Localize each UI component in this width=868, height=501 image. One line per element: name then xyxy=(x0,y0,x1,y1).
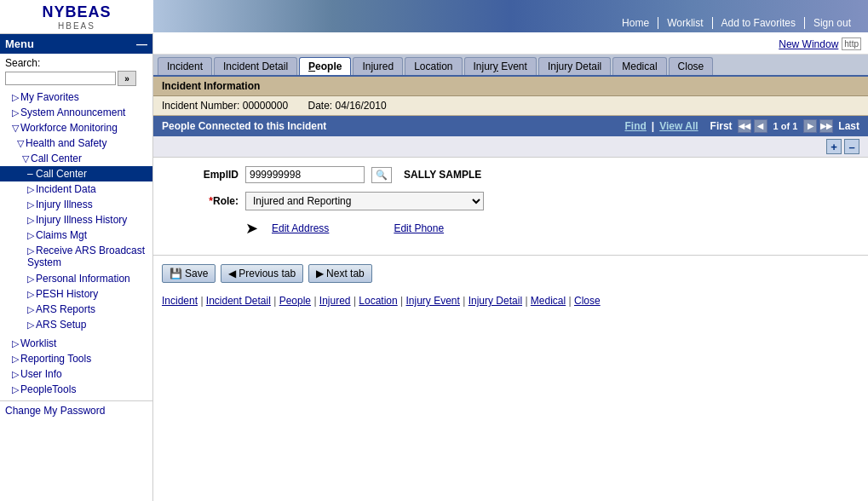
http-icon: http xyxy=(842,37,861,50)
worklist-link[interactable]: Worklist xyxy=(658,17,712,29)
tab-people[interactable]: People xyxy=(299,57,351,75)
remove-button[interactable]: – xyxy=(844,139,859,154)
tab-injury-detail[interactable]: Injury Detail xyxy=(538,57,611,75)
next-page-btn[interactable]: ▶ xyxy=(803,119,817,133)
search-button[interactable]: » xyxy=(118,71,136,86)
breadcrumb-close[interactable]: Close xyxy=(574,295,601,307)
next-tab-label: Next tab xyxy=(326,268,365,279)
breadcrumb-medical[interactable]: Medical xyxy=(531,295,566,307)
sidebar-menu-bar: Menu — xyxy=(0,34,152,54)
sidebar-item-system-announcement[interactable]: ▷System Announcement xyxy=(0,105,152,120)
last-label: Last xyxy=(838,120,859,132)
tab-incident[interactable]: Incident xyxy=(158,57,212,75)
edit-links-row: ➤ Edit Address Edit Phone xyxy=(170,219,851,238)
people-section-label: People Connected to this Incident xyxy=(162,120,326,132)
role-row: *Role: Injured and Reporting xyxy=(170,192,851,210)
sidebar-item-call-center-active[interactable]: – Call Center xyxy=(0,166,152,181)
content-area: New Window http Incident Incident Detail… xyxy=(153,34,868,501)
tab-close[interactable]: Close xyxy=(669,57,714,75)
employee-name: SALLY SAMPLE xyxy=(404,169,481,181)
add-button[interactable]: + xyxy=(826,139,842,154)
save-icon: 💾 xyxy=(170,268,182,279)
prev-tab-label: Previous tab xyxy=(239,268,296,279)
sidebar-item-pesh-history[interactable]: ▷PESH History xyxy=(0,286,152,302)
incident-info-label: Incident Information xyxy=(162,80,260,92)
sidebar-item-claims-mgt[interactable]: ▷Claims Mgt xyxy=(0,227,152,243)
home-link[interactable]: Home xyxy=(613,17,658,29)
incident-number-label: Incident Number: xyxy=(162,100,239,112)
add-favorites-link[interactable]: Add to Favorites xyxy=(713,17,805,29)
next-icon: ▶ xyxy=(316,268,324,279)
logo: NYBEAS HBEAS xyxy=(0,0,153,34)
minimize-icon[interactable]: — xyxy=(136,37,147,50)
empid-input[interactable] xyxy=(245,166,365,183)
page-info: 1 of 1 xyxy=(773,121,798,131)
sidebar-item-peopletools[interactable]: ▷PeopleTools xyxy=(0,382,152,397)
search-input[interactable] xyxy=(5,72,116,85)
edit-address-link[interactable]: Edit Address xyxy=(272,222,329,234)
breadcrumb-incident-detail[interactable]: Incident Detail xyxy=(206,295,271,307)
empid-search-button[interactable]: 🔍 xyxy=(371,167,392,183)
previous-tab-button[interactable]: ◀ Previous tab xyxy=(221,264,303,283)
tab-injured[interactable]: Injured xyxy=(353,57,403,75)
date-label: Date: xyxy=(308,100,332,112)
role-label: *Role: xyxy=(170,195,239,207)
sidebar-item-personal-info[interactable]: ▷Personal Information xyxy=(0,271,152,286)
sidebar-item-ars-reports[interactable]: ▷ARS Reports xyxy=(0,302,152,317)
search-label: Search: xyxy=(5,57,147,69)
next-tab-button[interactable]: ▶ Next tab xyxy=(308,264,372,283)
sidebar-item-workforce-monitoring[interactable]: ▽Workforce Monitoring xyxy=(0,120,152,135)
prev-icon: ◀ xyxy=(228,268,236,279)
sidebar-item-my-favorites[interactable]: ▷My Favorites xyxy=(0,89,152,105)
change-password-link[interactable]: Change My Password xyxy=(5,405,147,417)
empid-row: EmplID 🔍 SALLY SAMPLE xyxy=(170,166,851,183)
sidebar-item-receive-ars[interactable]: ▷Receive ARS Broadcast System xyxy=(0,243,152,271)
view-all-link[interactable]: View All xyxy=(659,120,698,132)
required-asterisk: * xyxy=(209,195,213,207)
separator1: | xyxy=(652,120,654,132)
breadcrumb-people[interactable]: People xyxy=(279,295,311,307)
sidebar-item-worklist[interactable]: ▷Worklist xyxy=(0,336,152,351)
prev-page-btn[interactable]: ◀ xyxy=(754,119,767,133)
sidebar-item-health-safety[interactable]: ▽Health and Safety xyxy=(0,135,152,151)
add-remove-row: + – xyxy=(153,136,868,158)
breadcrumb-injury-event[interactable]: Injury Event xyxy=(406,295,460,307)
tab-incident-detail[interactable]: Incident Detail xyxy=(214,57,297,75)
edit-phone-link[interactable]: Edit Phone xyxy=(394,222,444,234)
tab-location[interactable]: Location xyxy=(405,57,462,75)
first-label: First xyxy=(710,120,733,132)
sidebar-item-ars-setup[interactable]: ▷ARS Setup xyxy=(0,317,152,332)
sidebar-item-injury-illness-history[interactable]: ▷Injury Illness History xyxy=(0,212,152,227)
last-page-btn[interactable]: ▶▶ xyxy=(819,119,833,133)
first-page-btn[interactable]: ◀◀ xyxy=(738,119,751,133)
breadcrumb-injured[interactable]: Injured xyxy=(319,295,351,307)
sidebar-item-injury-illness[interactable]: ▷Injury Illness xyxy=(0,197,152,212)
role-select[interactable]: Injured and Reporting xyxy=(245,192,484,210)
sidebar-item-user-info[interactable]: ▷User Info xyxy=(0,366,152,382)
sidebar-item-reporting-tools[interactable]: ▷Reporting Tools xyxy=(0,351,152,366)
arrow-icon: ➤ xyxy=(245,219,258,238)
form-area: EmplID 🔍 SALLY SAMPLE *Role: Injured and… xyxy=(153,158,868,255)
incident-info-header: Incident Information xyxy=(153,77,868,96)
people-section-header: People Connected to this Incident Find |… xyxy=(153,116,868,136)
new-window-link[interactable]: New Window xyxy=(779,38,838,50)
sidebar-item-incident-data[interactable]: ▷Incident Data xyxy=(0,181,152,197)
pagination-controls: ◀◀ ◀ 1 of 1 ▶ ▶▶ xyxy=(738,119,834,133)
tab-medical[interactable]: Medical xyxy=(612,57,666,75)
sidebar-search-area: Search: » xyxy=(0,54,152,89)
tab-injury-event[interactable]: Injury Event xyxy=(464,57,537,75)
find-link[interactable]: Find xyxy=(625,120,647,132)
breadcrumb-incident[interactable]: Incident xyxy=(162,295,198,307)
sidebar-item-call-center-parent[interactable]: ▽Call Center xyxy=(0,151,152,166)
breadcrumb-injury-detail[interactable]: Injury Detail xyxy=(468,295,522,307)
sign-out-link[interactable]: Sign out xyxy=(805,17,859,29)
incident-info-content: Incident Number: 00000000 Date: 04/16/20… xyxy=(153,96,868,116)
bottom-buttons: 💾 Save ◀ Previous tab ▶ Next tab xyxy=(153,255,868,291)
breadcrumb-location[interactable]: Location xyxy=(359,295,397,307)
sidebar: Menu — Search: » ▷My Favorites ▷System A… xyxy=(0,34,153,501)
logo-sub: HBEAS xyxy=(58,21,95,31)
section-header-right: Find | View All First ◀◀ ◀ 1 of 1 ▶ ▶▶ L… xyxy=(625,119,859,133)
menu-label: Menu xyxy=(5,37,34,50)
date-value: 04/16/2010 xyxy=(336,100,387,112)
save-button[interactable]: 💾 Save xyxy=(162,264,216,283)
